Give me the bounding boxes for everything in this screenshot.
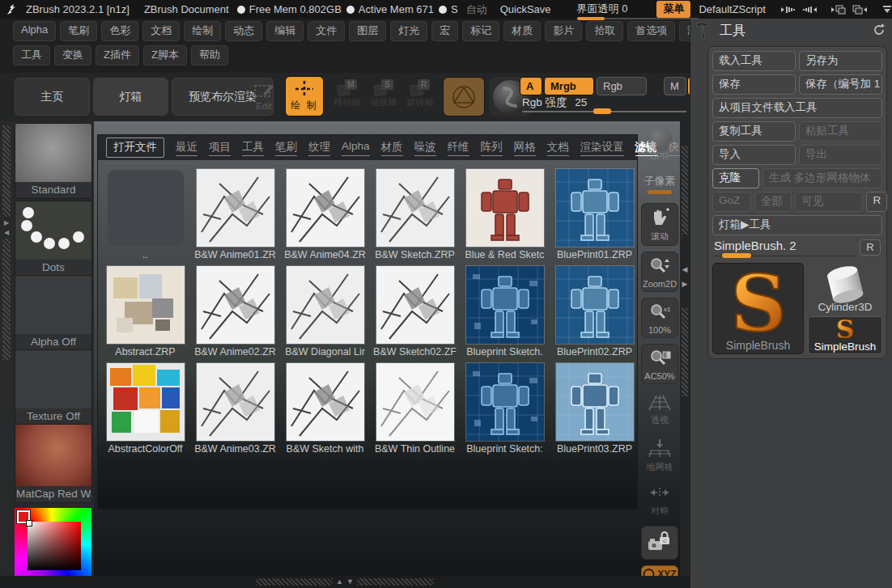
- tool-button-载入工具[interactable]: 载入工具: [712, 51, 796, 71]
- bottom-tray-divider[interactable]: ▲ ▼: [0, 576, 690, 588]
- quicksave-button[interactable]: QuickSave: [500, 3, 551, 15]
- menu-item-绘制[interactable]: 绘制: [184, 21, 221, 41]
- lightbox-tab-纤维[interactable]: 纤维: [448, 140, 469, 156]
- menu-item-Z插件[interactable]: Z插件: [96, 45, 139, 66]
- color-picker-selector[interactable]: [26, 520, 32, 527]
- menu-item-标记[interactable]: 标记: [462, 21, 499, 41]
- color-picker[interactable]: [15, 508, 91, 576]
- menu-item-材质[interactable]: 材质: [503, 21, 541, 41]
- menu-item-Alpha[interactable]: Alpha: [13, 21, 56, 41]
- menu-item-文档[interactable]: 文档: [142, 21, 180, 41]
- lightbox-tab-网格[interactable]: 网格: [514, 140, 536, 156]
- lightbox-tab-工具[interactable]: 工具: [242, 140, 264, 156]
- shelf-button-100-[interactable]: x1100%: [641, 298, 678, 338]
- tray-slot-dots[interactable]: Dots: [15, 201, 92, 277]
- rgb-intensity-slider[interactable]: Rgb 强度 25: [522, 95, 688, 110]
- edit-button[interactable]: Edit: [248, 82, 280, 111]
- tool-button-生成 多边形网格物体[interactable]: 生成 多边形网格物体: [762, 168, 882, 188]
- left-tray-divider-arrows[interactable]: ▶◀: [2, 217, 11, 239]
- tray-up-arrow-icon[interactable]: ▲: [336, 578, 343, 586]
- active-tool-name[interactable]: SimpleBrush. 2: [714, 239, 855, 256]
- lightbox-item[interactable]: B&W Anime02.ZR: [190, 266, 280, 357]
- menu-item-帮助[interactable]: 帮助: [191, 45, 228, 66]
- lightbox-item[interactable]: Blue & Red Sketc: [460, 169, 550, 260]
- lightbox-item[interactable]: ..: [100, 169, 190, 260]
- lightbox-item[interactable]: Blueprint Sketch.: [460, 266, 550, 357]
- lightbox-item[interactable]: BluePrint03.ZRP: [550, 363, 639, 455]
- lightbox-tab-渲染设置[interactable]: 渲染设置: [580, 140, 624, 156]
- shelf-button-滚动[interactable]: 滚动: [641, 203, 678, 246]
- tool-button-保存（编号加 1）[interactable]: 保存（编号加 1）: [799, 74, 882, 95]
- tray-slot-alpha-off[interactable]: Alpha Off: [15, 275, 92, 351]
- menu-item-变换[interactable]: 变换: [54, 45, 91, 66]
- lightbox-tab-文档[interactable]: 文档: [547, 140, 569, 156]
- lightbox-tab-项目[interactable]: 项目: [209, 140, 231, 156]
- lightbox-item[interactable]: B&W Sketch with: [280, 363, 370, 455]
- mode-button-rgb[interactable]: Rgb: [597, 77, 647, 95]
- left-tray-scrollbar[interactable]: [2, 125, 11, 360]
- lightbox-item[interactable]: B&W Sketch02.ZF: [370, 266, 460, 357]
- move-ui-right-icon[interactable]: [852, 3, 868, 16]
- gizmo-r-icon[interactable]: R旋转轴: [403, 79, 437, 108]
- tool-button-R[interactable]: R: [866, 192, 887, 212]
- lightbox-item[interactable]: B&W Anime01.ZR: [190, 169, 280, 260]
- lightbox-tab-阵列[interactable]: 阵列: [481, 140, 503, 156]
- menu-item-笔刷[interactable]: 笔刷: [60, 21, 97, 41]
- tool-button-灯箱▶工具[interactable]: 灯箱▶工具: [712, 215, 882, 235]
- lightbox-tab-最近[interactable]: 最近: [176, 140, 198, 156]
- tool-button-GoZ[interactable]: GoZ: [712, 192, 751, 212]
- palette-reset-icon[interactable]: [873, 23, 886, 39]
- lightbox-item[interactable]: B&W Anime03.ZR: [190, 363, 280, 455]
- right-tray-divider[interactable]: ◀▶: [680, 121, 690, 576]
- rgb-intensity-knob[interactable]: [593, 108, 611, 114]
- menu-button[interactable]: 菜单: [656, 1, 690, 18]
- active-tool-thumbnail-simplebrush[interactable]: SSimpleBrush: [712, 263, 804, 354]
- ui-grow-icon[interactable]: [801, 3, 818, 16]
- mode-button-a[interactable]: A: [520, 77, 542, 95]
- menu-item-工具[interactable]: 工具: [13, 45, 50, 66]
- shelf-button-透视[interactable]: 透视: [641, 390, 678, 429]
- menu-item-首选项[interactable]: 首选项: [627, 21, 675, 41]
- shelf-button-camera-lock[interactable]: C: [641, 526, 678, 560]
- lightbox-tab-材质[interactable]: 材质: [381, 140, 403, 156]
- draw-button[interactable]: 绘 制: [285, 76, 324, 116]
- home-button[interactable]: 主页: [15, 78, 90, 116]
- move-ui-left-icon[interactable]: [830, 3, 847, 16]
- tool-button-克隆[interactable]: 克隆: [712, 168, 759, 188]
- shelf-button-对称[interactable]: 对称: [641, 482, 678, 520]
- menu-item-拾取[interactable]: 拾取: [586, 21, 623, 41]
- menu-item-Z脚本[interactable]: Z脚本: [143, 45, 187, 66]
- shelf-button-zoom2d[interactable]: Zoom2D: [641, 252, 678, 292]
- tool-thumbnail-cylinder3d[interactable]: Cylinder3D: [808, 263, 882, 313]
- lightbox-item[interactable]: BluePrint01.ZRP: [550, 169, 639, 260]
- lightbox-item[interactable]: B&W Anime04.ZR: [280, 169, 370, 260]
- menu-item-文件[interactable]: 文件: [308, 21, 345, 41]
- lightbox-item[interactable]: Blueprint Sketch:: [460, 363, 550, 455]
- tray-slot-texture-off[interactable]: Texture Off: [15, 349, 92, 425]
- lightbox-item[interactable]: B&W Sketch.ZRP: [370, 169, 460, 260]
- mode-button-mrgb[interactable]: Mrgb: [544, 77, 594, 95]
- lightbox-item[interactable]: Abstract.ZRP: [100, 266, 190, 357]
- tool-button-全部[interactable]: 全部: [754, 192, 792, 212]
- menu-item-编辑[interactable]: 编辑: [266, 21, 304, 41]
- ui-transparency-slider[interactable]: 界面透明 0: [577, 2, 628, 18]
- tool-button-保存[interactable]: 保存: [712, 74, 796, 95]
- menu-item-灯光[interactable]: 灯光: [390, 21, 427, 41]
- ui-shrink-icon[interactable]: [780, 3, 796, 16]
- shelf-button-地网格[interactable]: 地网格: [641, 435, 678, 476]
- menu-item-影片[interactable]: 影片: [545, 21, 582, 41]
- tool-button-导出[interactable]: 导出: [799, 145, 882, 165]
- shelf-button-ac50-[interactable]: AC50%: [641, 344, 678, 384]
- tray-slot-standard[interactable]: Standard: [15, 123, 92, 199]
- minimize-icon[interactable]: [879, 3, 892, 16]
- menu-item-宏[interactable]: 宏: [431, 21, 458, 41]
- tray-slot-matcap-red-wax[interactable]: MatCap Red Wax: [15, 424, 92, 503]
- lightbox-tab-噪波[interactable]: 噪波: [414, 140, 436, 156]
- open-file-button[interactable]: 打开文件: [106, 137, 164, 158]
- lightbox-item[interactable]: B&W Diagonal Lir: [280, 266, 370, 357]
- tool-button-可见[interactable]: 可见: [795, 192, 863, 212]
- tool-r-button[interactable]: R: [860, 239, 881, 256]
- shelf-button-bpr[interactable]: BPR: [641, 123, 678, 164]
- menu-item-动态[interactable]: 动态: [225, 21, 262, 41]
- tool-button-复制工具[interactable]: 复制工具: [712, 121, 796, 142]
